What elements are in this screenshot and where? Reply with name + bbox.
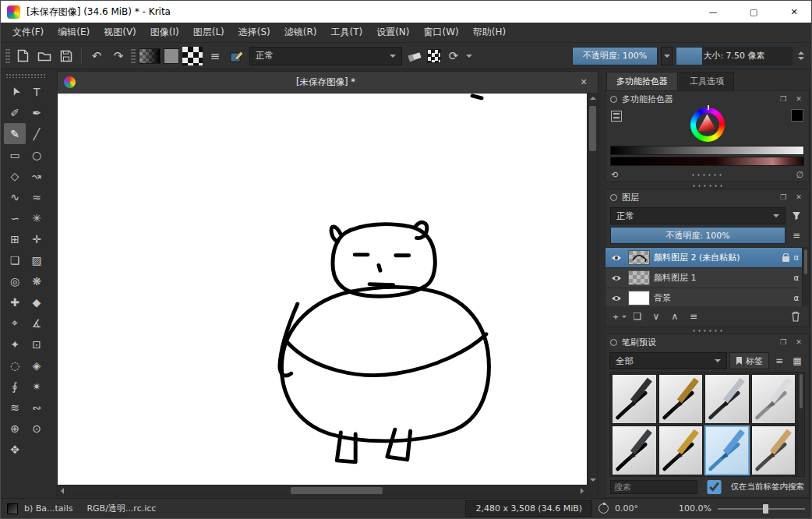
layer-thumbnail[interactable] <box>628 250 650 265</box>
gradient-secondary-chooser[interactable] <box>164 48 179 64</box>
layer-visibility-icon[interactable] <box>609 254 624 262</box>
layer-filter-button[interactable] <box>789 207 804 224</box>
tool-similar-select[interactable]: ≋ <box>4 397 26 418</box>
horizontal-scrollbar-handle[interactable] <box>291 487 383 494</box>
float-docker-icon[interactable]: ❒ <box>778 338 789 346</box>
tool-text[interactable]: T <box>26 81 48 102</box>
docker-menu-icon[interactable] <box>610 96 617 103</box>
tool-reference-images[interactable]: ✦ <box>4 334 26 355</box>
toolbox-drag-handle[interactable] <box>5 72 46 78</box>
opacity-dropdown-button[interactable] <box>661 47 673 65</box>
float-docker-icon[interactable]: ❒ <box>778 95 789 103</box>
toolbar-grip[interactable] <box>5 48 10 64</box>
undo-button[interactable]: ↶ <box>87 46 106 66</box>
foreground-color-swatch[interactable] <box>791 109 803 122</box>
tool-color-sampler[interactable]: ◎ <box>4 270 26 291</box>
docker-splitter[interactable] <box>605 182 810 189</box>
close-docker-icon[interactable]: ✕ <box>793 193 804 201</box>
menu-window[interactable]: 窗口(W) <box>417 23 466 42</box>
redo-button[interactable]: ↷ <box>109 46 128 66</box>
layer-visibility-icon[interactable] <box>609 295 624 302</box>
menu-file[interactable]: 文件(F) <box>5 23 51 42</box>
current-brush-thumbnail[interactable] <box>7 503 18 514</box>
menu-help[interactable]: 帮助(H) <box>466 23 513 42</box>
tool-rect-select[interactable]: ⊡ <box>26 334 48 355</box>
menu-filter[interactable]: 滤镜(R) <box>277 23 324 42</box>
gradient-chooser[interactable] <box>139 48 161 64</box>
add-layer-button[interactable]: ＋ <box>610 309 627 324</box>
brush-editor-button[interactable] <box>228 46 246 66</box>
canvas-rotation-icon[interactable] <box>598 503 609 514</box>
alpha-lock-icon[interactable]: α <box>793 253 799 262</box>
scroll-down-icon[interactable] <box>590 478 596 482</box>
scrollbar-handle[interactable] <box>804 249 807 274</box>
save-button[interactable] <box>57 46 76 66</box>
disable-color-icon[interactable]: ∅ <box>796 170 803 180</box>
layer-row[interactable]: 背景 α <box>605 288 809 306</box>
zoom-slider[interactable] <box>718 503 805 514</box>
duplicate-layer-button[interactable]: ❏ <box>629 309 646 324</box>
tool-polygon[interactable]: ◇ <box>4 165 26 186</box>
canvas[interactable] <box>58 94 587 485</box>
tool-rectangle[interactable]: ▭ <box>4 144 26 165</box>
tool-move[interactable]: ✛ <box>26 228 48 249</box>
brush-search-input[interactable] <box>610 480 697 494</box>
docker-splitter[interactable] <box>605 327 810 334</box>
search-scope-checkbox[interactable] <box>702 480 726 494</box>
close-docker-icon[interactable]: ✕ <box>793 95 804 103</box>
tool-pattern-edit[interactable]: ❋ <box>26 270 48 291</box>
brush-preset-selected[interactable] <box>704 425 750 475</box>
shade-selector-icon[interactable] <box>611 111 622 122</box>
brush-display-mode-button[interactable]: ▦ <box>789 352 805 369</box>
tool-bezier-select[interactable]: ∾ <box>26 397 48 418</box>
tool-fill[interactable]: ◆ <box>26 291 48 312</box>
docker-menu-icon[interactable] <box>610 339 617 346</box>
layer-row[interactable]: 颜料图层 1 α <box>605 268 809 288</box>
canvas-rotation-angle[interactable]: 0.00° <box>615 503 638 514</box>
brush-tag-filter-select[interactable]: 全部 <box>609 352 727 369</box>
layer-opacity-slider[interactable]: 不透明度: 100% <box>610 227 786 244</box>
scroll-left-icon[interactable] <box>61 488 64 494</box>
brush-preset[interactable] <box>704 374 750 424</box>
value-strip[interactable] <box>610 146 804 155</box>
tool-measure[interactable]: ∡ <box>26 312 48 334</box>
menu-select[interactable]: 选择(S) <box>231 23 277 42</box>
tool-smart-patch[interactable]: ✚ <box>4 291 26 312</box>
tool-freehand-path[interactable]: ≈ <box>26 186 48 207</box>
scroll-right-icon[interactable] <box>581 488 584 494</box>
zoom-level[interactable]: 100.0% <box>679 503 711 514</box>
menu-layer[interactable]: 图层(L) <box>186 23 231 42</box>
layer-row[interactable]: 颜料图层 2 (来自粘贴) α <box>605 248 809 268</box>
layer-list-scrollbar[interactable] <box>802 248 809 306</box>
tool-edit-shapes[interactable]: ✐ <box>4 102 26 123</box>
maximize-button[interactable]: ▢ <box>736 1 771 23</box>
tool-ellipse[interactable]: ○ <box>26 144 48 165</box>
tool-ellipse-select[interactable]: ◌ <box>4 355 26 376</box>
color-wheel[interactable] <box>690 108 725 142</box>
preserve-alpha-button[interactable] <box>427 49 441 63</box>
tool-freehand-select[interactable]: ∮ <box>4 376 26 397</box>
toolbar-grip[interactable] <box>131 48 136 64</box>
alpha-lock-icon[interactable]: α <box>793 274 799 282</box>
color-triangle[interactable] <box>697 114 718 136</box>
menu-image[interactable]: 图像(I) <box>143 23 186 42</box>
tool-line[interactable]: ╱ <box>26 123 48 144</box>
new-document-button[interactable] <box>13 46 32 66</box>
scroll-up-icon[interactable] <box>590 97 596 100</box>
lock-icon[interactable] <box>782 256 789 262</box>
tool-transform[interactable]: ⊞ <box>4 228 26 249</box>
brush-preset[interactable] <box>612 374 657 424</box>
zoom-slider-handle[interactable] <box>763 504 768 514</box>
brush-size-spinner[interactable] <box>796 47 807 65</box>
image-tab-title[interactable]: [未保存图像] * <box>76 76 576 88</box>
tool-zoom[interactable]: ⊙ <box>26 418 48 439</box>
canvas-vertical-scrollbar[interactable] <box>587 94 598 485</box>
tab-tool-options[interactable]: 工具选项 <box>680 72 734 90</box>
delete-layer-button[interactable] <box>787 309 804 324</box>
tool-calligraphy[interactable]: ✒ <box>26 102 48 123</box>
tab-advanced-color-selector[interactable]: 多功能拾色器 <box>606 72 678 90</box>
saturation-strip[interactable] <box>610 157 804 166</box>
brush-preset[interactable] <box>658 425 704 475</box>
brush-preset[interactable] <box>751 374 796 424</box>
grip-dots[interactable] <box>618 174 796 176</box>
